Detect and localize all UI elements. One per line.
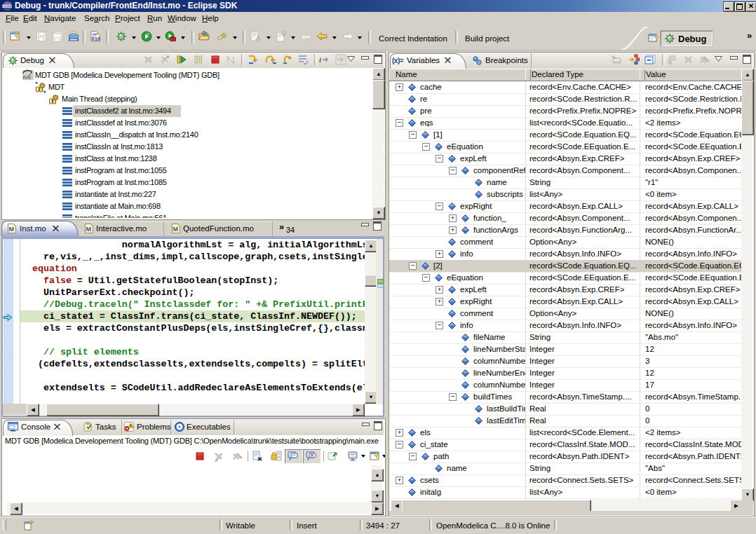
svg-text:M: M	[86, 226, 92, 233]
svg-text:i: i	[319, 55, 322, 64]
svg-text:010: 010	[92, 36, 101, 42]
svg-text:M: M	[9, 226, 15, 233]
svg-text:M: M	[173, 226, 179, 233]
